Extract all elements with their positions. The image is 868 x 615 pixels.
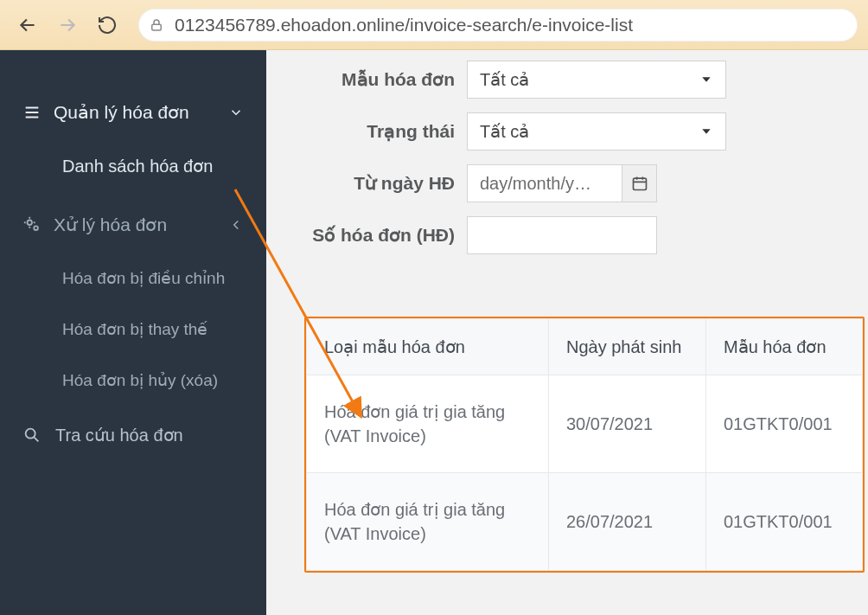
chevron-left-icon (228, 217, 244, 233)
arrow-left-icon (16, 14, 39, 36)
sidebar-item-label: Danh sách hóa đơn (62, 157, 213, 176)
sidebar: Quản lý hóa đơn Danh sách hóa đơn Xử lý … (0, 50, 266, 615)
cell-template: 01GTKT0/001 (706, 375, 863, 473)
filter-label-template: Mẫu hóa đơn (304, 69, 467, 90)
reload-button[interactable] (90, 9, 124, 42)
input-invoice-number[interactable] (467, 216, 657, 254)
lock-icon (147, 16, 166, 35)
cell-date: 30/07/2021 (549, 375, 706, 473)
cell-date: 26/07/2021 (549, 473, 706, 571)
sidebar-subitem-adjusted[interactable]: Hóa đơn bị điều chỉnh (0, 253, 266, 304)
caret-down-icon (699, 73, 713, 86)
th-type[interactable]: Loại mẫu hóa đơn (307, 319, 549, 375)
results-table: Loại mẫu hóa đơn Ngày phát sinh Mẫu hóa … (304, 317, 865, 573)
svg-rect-0 (152, 24, 162, 30)
arrow-right-icon (56, 14, 79, 36)
svg-rect-4 (633, 178, 646, 189)
reload-icon (97, 15, 118, 35)
forward-button[interactable] (50, 9, 85, 42)
search-icon (22, 426, 41, 445)
calendar-icon[interactable] (622, 165, 656, 202)
browser-toolbar: 0123456789.ehoadon.online/invoice-search… (0, 0, 868, 50)
cell-type: Hóa đơn giá trị gia tăng (VAT Invoice) (307, 375, 549, 473)
sidebar-item-label: Hóa đơn bị điều chỉnh (62, 269, 225, 287)
main-content: Mẫu hóa đơn Tất cả Trạng thái Tất cả Từ … (266, 50, 868, 615)
date-input-from[interactable]: day/month/y… (467, 164, 657, 202)
table-row[interactable]: Hóa đơn giá trị gia tăng (VAT Invoice) 2… (307, 473, 863, 571)
sidebar-subitem-invoice-list[interactable]: Danh sách hóa đơn (0, 140, 266, 192)
gears-icon (22, 215, 41, 234)
filter-label-number: Số hóa đơn (HĐ) (304, 225, 467, 246)
url-text: 0123456789.ehoadon.online/invoice-search… (175, 15, 633, 35)
sidebar-subitem-replaced[interactable]: Hóa đơn bị thay thế (0, 304, 266, 355)
sidebar-item-search-invoice[interactable]: Tra cứu hóa đơn (0, 406, 266, 464)
caret-down-icon (699, 125, 713, 138)
select-value: Tất cả (480, 69, 529, 90)
filter-label-status: Trạng thái (304, 121, 467, 142)
sidebar-item-label: Xử lý hóa đơn (54, 215, 167, 235)
back-button[interactable] (10, 9, 45, 42)
select-template[interactable]: Tất cả (467, 61, 726, 99)
sidebar-item-label: Quản lý hóa đơn (54, 102, 189, 123)
sidebar-subitem-cancelled[interactable]: Hóa đơn bị hủy (xóa) (0, 355, 266, 406)
sidebar-item-process-invoice[interactable]: Xử lý hóa đơn (0, 197, 266, 253)
th-date[interactable]: Ngày phát sinh (549, 319, 706, 375)
sidebar-item-label: Hóa đơn bị hủy (xóa) (62, 371, 218, 389)
sidebar-item-label: Tra cứu hóa đơn (55, 425, 183, 445)
select-value: Tất cả (480, 121, 529, 142)
filter-label-fromdate: Từ ngày HĐ (304, 173, 467, 194)
list-icon (22, 103, 41, 122)
date-placeholder: day/month/y… (480, 174, 622, 194)
svg-point-1 (28, 221, 33, 226)
svg-point-3 (26, 429, 35, 439)
cell-template: 01GTKT0/001 (706, 473, 863, 571)
svg-point-2 (34, 226, 38, 230)
th-template[interactable]: Mẫu hóa đơn (706, 319, 863, 375)
chevron-down-icon (228, 105, 244, 120)
address-bar[interactable]: 0123456789.ehoadon.online/invoice-search… (138, 9, 858, 42)
select-status[interactable]: Tất cả (467, 112, 726, 151)
table-row[interactable]: Hóa đơn giá trị gia tăng (VAT Invoice) 3… (307, 375, 863, 473)
cell-type: Hóa đơn giá trị gia tăng (VAT Invoice) (307, 473, 549, 571)
sidebar-item-manage-invoice[interactable]: Quản lý hóa đơn (0, 85, 266, 140)
sidebar-item-label: Hóa đơn bị thay thế (62, 320, 207, 338)
